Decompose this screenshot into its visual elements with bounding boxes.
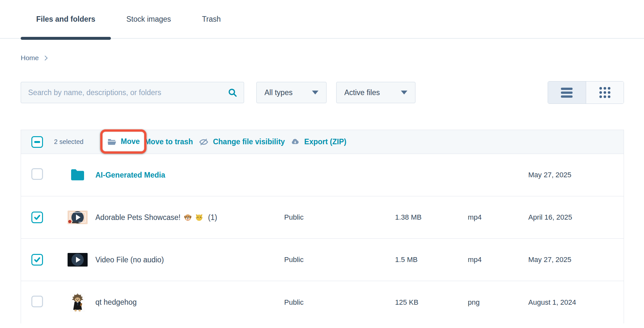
indeterminate-mark <box>34 141 40 143</box>
status-filter-value: Active files <box>344 88 380 97</box>
files-table: 2 selected Move Move to trash <box>21 130 624 323</box>
chevron-right-icon <box>43 56 48 61</box>
chevron-down-icon <box>312 91 318 94</box>
folder-icon <box>70 169 85 181</box>
visibility-cell: Public <box>284 256 395 264</box>
table-row-file[interactable]: Adorable Pets Showcase! <box>21 196 624 239</box>
move-to-trash-label: Move to trash <box>145 137 193 146</box>
play-button-icon <box>71 254 84 266</box>
size-cell: 1.38 MB <box>395 213 468 222</box>
format-cell: mp4 <box>468 256 528 264</box>
thumbnail-toolbar <box>72 222 79 223</box>
bulk-action-bar: 2 selected Move Move to trash <box>21 130 624 154</box>
export-zip-label: Export (ZIP) <box>304 137 346 146</box>
chevron-down-icon <box>401 91 407 94</box>
export-zip-button[interactable]: Export (ZIP) <box>290 137 346 146</box>
row-checkbox[interactable] <box>31 212 43 223</box>
folder-name-link[interactable]: AI-Generated Media <box>95 171 165 179</box>
row-checkbox[interactable] <box>31 168 43 180</box>
selected-count: 2 selected <box>54 138 83 146</box>
list-view-button[interactable] <box>548 82 586 104</box>
breadcrumb-home-link[interactable]: Home <box>21 54 39 62</box>
thumbnail-red-dot <box>68 220 71 223</box>
breadcrumb: Home <box>21 54 644 62</box>
thumbnail-frame <box>70 212 86 223</box>
folder-open-icon <box>107 137 117 147</box>
file-name-link[interactable]: Video File (no audio) <box>95 256 164 264</box>
checkmark-icon <box>34 214 41 221</box>
row-checkbox[interactable] <box>31 296 43 307</box>
table-row-folder[interactable]: AI-Generated Media May 27, 2025 <box>21 154 624 196</box>
tab-bar: Files and folders Stock images Trash <box>0 0 644 38</box>
change-file-visibility-button[interactable]: Change file visibility <box>199 137 285 147</box>
move-label: Move <box>121 137 140 146</box>
size-cell: 125 KB <box>395 298 468 307</box>
type-filter-value: All types <box>264 88 293 97</box>
format-cell: png <box>468 298 528 307</box>
file-name-text: Adorable Pets Showcase! <box>95 213 180 222</box>
move-button[interactable]: Move <box>107 137 140 147</box>
tab-files-and-folders[interactable]: Files and folders <box>21 0 111 38</box>
change-file-visibility-label: Change file visibility <box>213 137 285 146</box>
type-filter-dropdown[interactable]: All types <box>256 82 327 103</box>
dog-face-icon <box>184 213 192 222</box>
file-name-link[interactable]: Adorable Pets Showcase! <box>95 213 217 222</box>
video-thumbnail[interactable] <box>68 211 88 224</box>
video-thumbnail[interactable] <box>68 253 88 267</box>
checkmark-icon <box>34 256 41 263</box>
view-toggle <box>548 81 624 104</box>
grid-view-icon <box>599 87 610 98</box>
date-cell: April 16, 2025 <box>528 213 624 222</box>
row-checkbox[interactable] <box>31 254 43 266</box>
list-view-icon <box>561 88 573 98</box>
file-name-link[interactable]: qt hedgehog <box>95 298 137 306</box>
search-icon[interactable] <box>228 88 237 97</box>
controls-row: All types Active files <box>21 81 624 104</box>
visibility-cell: Public <box>284 213 395 222</box>
table-row-file[interactable]: Video File (no audio) Public 1.5 MB mp4 … <box>21 239 624 281</box>
status-filter-dropdown[interactable]: Active files <box>336 82 415 103</box>
select-all-checkbox[interactable] <box>31 136 43 148</box>
search-input[interactable] <box>28 88 228 97</box>
image-thumbnail-hedgehog[interactable] <box>70 293 85 312</box>
cloud-download-icon <box>290 138 300 146</box>
date-cell: May 27, 2025 <box>528 171 624 179</box>
date-cell: May 27, 2025 <box>528 256 624 264</box>
tab-stock-images[interactable]: Stock images <box>111 0 187 38</box>
grid-view-button[interactable] <box>586 82 624 104</box>
visibility-cell: Public <box>284 298 395 307</box>
table-row-file[interactable]: qt hedgehog Public 125 KB png August 1, … <box>21 281 624 323</box>
eye-slash-icon <box>199 137 209 147</box>
cat-face-icon <box>195 213 203 222</box>
size-cell: 1.5 MB <box>395 256 468 264</box>
tab-trash[interactable]: Trash <box>187 0 236 38</box>
annotation-highlight-box: Move <box>100 129 146 154</box>
format-cell: mp4 <box>468 213 528 222</box>
date-cell: August 1, 2024 <box>528 298 624 307</box>
search-box <box>21 82 244 103</box>
file-name-suffix: (1) <box>208 213 217 222</box>
